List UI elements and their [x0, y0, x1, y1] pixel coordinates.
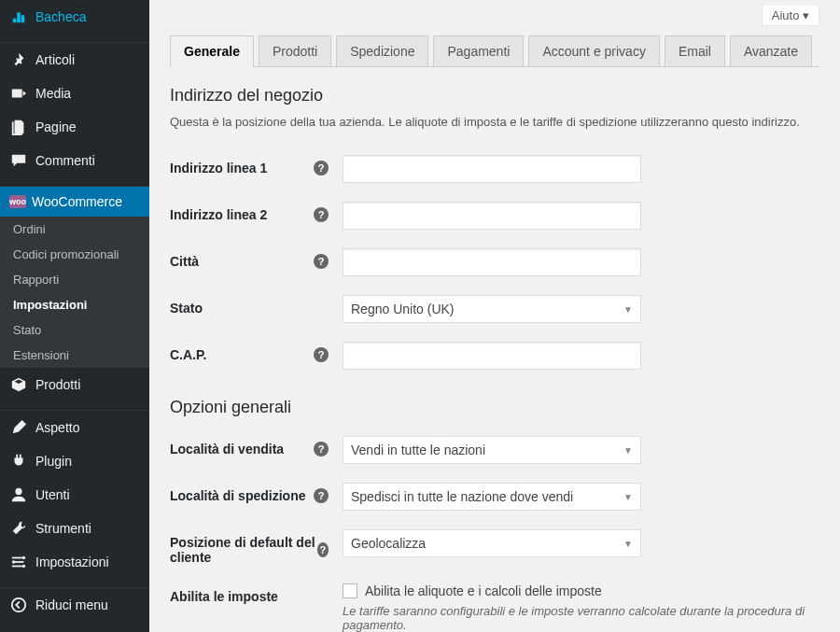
svg-point-5 — [12, 560, 16, 564]
woo-icon: woo — [9, 195, 26, 208]
submenu-ordini[interactable]: Ordini — [0, 217, 149, 242]
addr2-input[interactable] — [343, 202, 641, 230]
enable-tax-note: Le tariffe saranno configurabili e le im… — [343, 604, 819, 632]
default-pos-select[interactable]: Geolocalizza — [343, 529, 641, 557]
sidebar-item-label: Plugin — [35, 454, 72, 469]
sidebar-item-label: Media — [35, 86, 71, 101]
sidebar-item-plugin[interactable]: Plugin — [0, 444, 149, 478]
settings-tabs: Generale Prodotti Spedizione Pagamenti A… — [170, 35, 819, 67]
addr2-label: Indirizzo linea 2? — [170, 202, 343, 222]
dashboard-icon — [9, 7, 28, 26]
sidebar-item-label: Commenti — [35, 153, 95, 168]
sidebar-item-label: Prodotti — [35, 377, 80, 392]
postal-label: C.A.P.? — [170, 342, 343, 362]
store-address-desc: Questa è la posizione della tua azienda.… — [170, 115, 819, 129]
collapse-icon — [9, 596, 28, 614]
appearance-icon — [9, 418, 28, 437]
sidebar-item-label: Impostazioni — [35, 555, 109, 569]
sidebar-item-articoli[interactable]: Articoli — [0, 43, 149, 77]
sidebar-item-prodotti[interactable]: Prodotti — [0, 368, 149, 401]
sidebar-item-collapse[interactable]: Riduci menu — [0, 588, 149, 622]
sell-loc-label: Località di vendita? — [170, 436, 343, 456]
svg-point-6 — [22, 565, 26, 569]
submenu-stato[interactable]: Stato — [0, 317, 149, 343]
sidebar-item-label: Utenti — [35, 487, 70, 502]
tab-account[interactable]: Account e privacy — [528, 35, 660, 67]
help-icon[interactable]: ? — [314, 347, 329, 362]
help-icon[interactable]: ? — [314, 207, 329, 222]
sidebar-item-label: Strumenti — [35, 521, 91, 536]
help-icon[interactable]: ? — [314, 442, 329, 456]
postal-input[interactable] — [343, 342, 641, 370]
state-label: Stato — [170, 295, 343, 316]
enable-tax-checkbox[interactable] — [343, 583, 357, 598]
tab-generale[interactable]: Generale — [170, 35, 254, 67]
submenu-estensioni[interactable]: Estensioni — [0, 343, 149, 368]
sidebar-item-label: Pagine — [35, 119, 77, 134]
tab-email[interactable]: Email — [665, 35, 725, 67]
plugin-icon — [9, 452, 28, 470]
submenu-codici[interactable]: Codici promozionali — [0, 242, 149, 267]
ship-loc-select[interactable]: Spedisci in tutte le nazione dove vendi — [343, 483, 641, 511]
state-select[interactable]: Regno Unito (UK) — [343, 295, 641, 323]
main-content: Aiuto ▾ Generale Prodotti Spedizione Pag… — [149, 0, 840, 632]
pages-icon — [9, 118, 28, 136]
ship-loc-label: Località di spedizione? — [170, 483, 343, 503]
help-tab[interactable]: Aiuto ▾ — [762, 6, 819, 26]
city-label: Città? — [170, 248, 343, 269]
products-icon — [9, 375, 28, 394]
svg-point-0 — [15, 488, 21, 495]
sidebar-item-bacheca[interactable]: Bacheca — [0, 0, 149, 34]
sidebar-item-label: Riduci menu — [35, 597, 108, 612]
help-icon[interactable]: ? — [317, 542, 329, 557]
store-address-heading: Indirizzo del negozio — [170, 86, 819, 105]
sidebar-item-woocommerce[interactable]: wooWooCommerce — [0, 187, 149, 217]
sidebar-item-label: Articoli — [35, 52, 75, 67]
tab-pagamenti[interactable]: Pagamenti — [433, 35, 524, 67]
tools-icon — [9, 519, 28, 538]
sidebar-item-aspetto[interactable]: Aspetto — [0, 411, 149, 444]
media-icon — [9, 84, 28, 103]
sidebar-item-utenti[interactable]: Utenti — [0, 478, 149, 512]
settings-icon — [9, 553, 28, 571]
submenu-impostazioni[interactable]: Impostazioni — [0, 292, 149, 317]
svg-point-4 — [22, 556, 26, 560]
tab-avanzate[interactable]: Avanzate — [730, 35, 812, 67]
help-icon[interactable]: ? — [314, 161, 329, 176]
sidebar-item-label: WooCommerce — [32, 194, 122, 209]
city-input[interactable] — [343, 248, 641, 276]
woocommerce-submenu: Ordini Codici promozionali Rapporti Impo… — [0, 217, 149, 368]
admin-sidebar: Bacheca Articoli Media Pagine Commenti w… — [0, 0, 149, 632]
sidebar-item-media[interactable]: Media — [0, 77, 149, 110]
sidebar-item-pagine[interactable]: Pagine — [0, 110, 149, 144]
sell-loc-select[interactable]: Vendi in tutte le nazioni — [343, 436, 641, 464]
pin-icon — [9, 50, 28, 69]
enable-tax-cb-label: Abilita le aliquote e i calcoli delle im… — [365, 583, 602, 598]
sidebar-item-strumenti[interactable]: Strumenti — [0, 512, 149, 545]
general-options-heading: Opzioni generali — [170, 398, 819, 417]
sidebar-item-label: Bacheca — [35, 9, 86, 24]
help-icon[interactable]: ? — [314, 488, 329, 503]
users-icon — [9, 485, 28, 504]
help-icon[interactable]: ? — [314, 254, 329, 269]
sidebar-item-label: Aspetto — [35, 420, 79, 435]
addr1-input[interactable] — [343, 155, 641, 183]
addr1-label: Indirizzo linea 1? — [170, 155, 343, 176]
submenu-rapporti[interactable]: Rapporti — [0, 267, 149, 292]
enable-tax-label: Abilita le imposte — [170, 583, 343, 604]
tab-spedizione[interactable]: Spedizione — [336, 35, 428, 67]
comments-icon — [9, 151, 28, 170]
svg-rect-3 — [12, 566, 22, 568]
tab-prodotti[interactable]: Prodotti — [259, 35, 331, 67]
sidebar-item-commenti[interactable]: Commenti — [0, 144, 149, 177]
default-pos-label: Posizione di default del cliente? — [170, 529, 343, 565]
sidebar-item-impostazioni[interactable]: Impostazioni — [0, 545, 149, 579]
svg-point-7 — [12, 598, 25, 611]
svg-rect-1 — [12, 557, 22, 559]
